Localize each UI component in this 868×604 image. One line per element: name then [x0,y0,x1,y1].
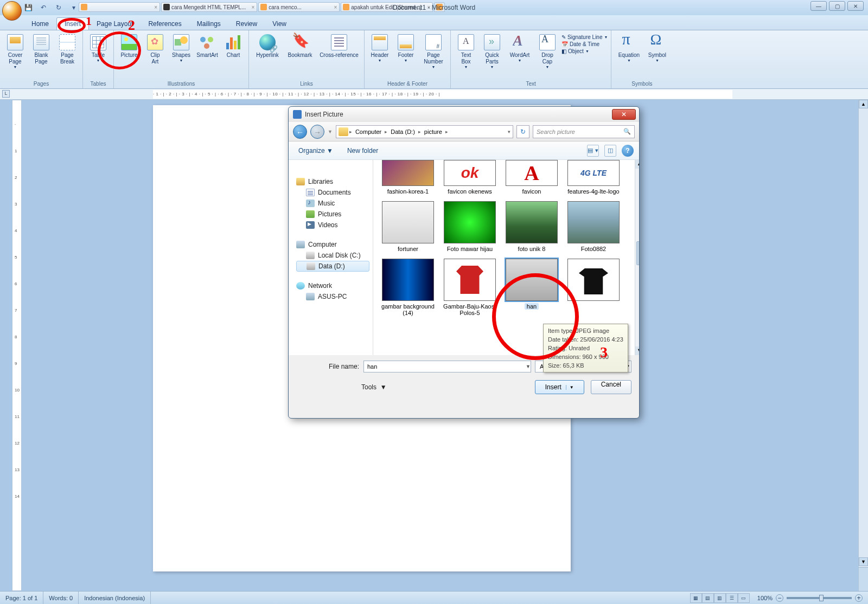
zoom-slider[interactable] [787,597,852,599]
crossref-button[interactable]: Cross-reference [317,33,361,59]
equation-button[interactable]: Equation▼ [615,33,643,62]
status-page[interactable]: Page: 1 of 1 [0,592,43,604]
draft-icon[interactable]: ▭ [738,593,750,603]
smartart-button[interactable]: SmartArt [195,33,219,59]
nav-music[interactable]: Music [296,198,369,209]
quickparts-button[interactable]: QuickParts▼ [480,33,504,69]
blank-page-button[interactable]: BlankPage [29,33,53,65]
address-breadcrumb[interactable]: ▸ Computer▸ Data (D:)▸ picture▸ ▾ [336,125,513,138]
file-item[interactable]: Foto0882 [564,201,623,252]
organize-menu[interactable]: Organize ▼ [298,147,333,155]
file-item[interactable]: fortuner [379,201,437,252]
close-button[interactable]: ✕ [847,1,864,11]
office-button[interactable] [2,1,22,21]
zoom-out-button[interactable]: − [776,594,783,602]
nav-back-button[interactable]: ← [293,125,307,139]
qat-undo-icon[interactable]: ↶ [37,2,50,14]
ruler-corner[interactable]: L [2,90,10,98]
file-item[interactable]: gambar background (14) [379,259,437,316]
scroll-down-icon[interactable]: ▼ [859,557,868,566]
nav-libraries[interactable]: Libraries [296,176,369,187]
file-item-selected[interactable]: han [502,259,561,316]
nav-data-d[interactable]: Data (D:) [296,261,369,272]
nav-videos[interactable]: Videos [296,220,369,230]
symbol-button[interactable]: Symbol▼ [645,33,669,62]
scroll-up-icon[interactable]: ▲ [635,160,639,169]
picture-button[interactable]: Picture [117,33,141,59]
zoom-in-button[interactable]: + [855,594,863,602]
bookmark-button[interactable]: Bookmark [285,33,315,59]
file-item[interactable] [564,259,623,316]
new-folder-button[interactable]: New folder [347,147,378,155]
tab-home[interactable]: Home [24,18,56,30]
print-layout-icon[interactable]: ▦ [690,593,702,603]
signature-line-button[interactable]: ✎Signature Line ▼ [561,34,608,40]
nav-history-dropdown[interactable]: ▼ [328,129,333,134]
dialog-close-button[interactable]: ✕ [612,109,636,120]
header-button[interactable]: Header▼ [368,33,392,62]
dialog-titlebar[interactable]: Insert Picture ✕ [289,107,639,122]
cover-page-button[interactable]: CoverPage▼ [3,33,27,69]
wordart-button[interactable]: WordArt▼ [506,33,533,62]
preview-pane-button[interactable]: ◫ [604,145,616,157]
tools-menu[interactable]: Tools ▼ [361,383,387,391]
web-layout-icon[interactable]: ▥ [714,593,726,603]
horizontal-ruler[interactable]: · 1 · | · 2 · | · 3 · | · 4 · | · 5 · | … [153,90,732,99]
dropcap-button[interactable]: DropCap▼ [535,33,559,69]
vertical-ruler[interactable]: ·1234567891011121314 [12,100,22,591]
browser-tab[interactable]: × [79,2,160,12]
object-button[interactable]: ◧Object ▼ [561,48,608,54]
nav-local-disk-c[interactable]: Local Disk (C:) [296,250,369,261]
file-item[interactable]: okfavicon okenews [441,160,499,195]
full-screen-icon[interactable]: ▤ [702,593,714,603]
table-button[interactable]: Table▼ [86,33,110,62]
hyperlink-button[interactable]: Hyperlink [252,33,283,59]
help-button[interactable]: ? [622,145,634,157]
vertical-scrollbar[interactable]: ▲ ▼ [858,100,868,591]
tab-review[interactable]: Review [228,18,265,30]
tab-insert[interactable]: Insert [56,17,89,30]
refresh-button[interactable]: ↻ [516,125,529,138]
qat-save-icon[interactable]: 💾 [22,2,35,14]
tab-view[interactable]: View [265,18,294,30]
nav-pictures[interactable]: Pictures [296,209,369,220]
file-item[interactable]: fashion-korea-1 [379,160,437,195]
minimize-button[interactable]: — [810,1,827,11]
chart-button[interactable]: Chart [221,33,245,59]
qat-redo-icon[interactable]: ↻ [52,2,65,14]
tab-mailings[interactable]: Mailings [189,18,228,30]
tab-references[interactable]: References [141,18,189,30]
file-item[interactable]: Gambar-Baju-Kaos-Polos-5 [441,259,499,316]
insert-split-dropdown[interactable]: ▼ [566,385,574,390]
cancel-button[interactable]: Cancel [591,380,631,394]
view-mode-button[interactable]: ▤ ▾ [587,145,599,157]
scroll-down-icon[interactable]: ▼ [635,346,639,355]
search-input[interactable]: Search picture🔍 [533,125,635,138]
clipart-button[interactable]: ClipArt [143,33,167,65]
file-item[interactable]: foto unik 8 [502,201,561,252]
filename-dropdown[interactable]: ▼ [526,364,531,369]
textbox-button[interactable]: TextBox▼ [454,33,478,69]
footer-button[interactable]: Footer▼ [394,33,418,62]
status-words[interactable]: Words: 0 [43,592,79,604]
outline-icon[interactable]: ☰ [726,593,738,603]
nav-computer[interactable]: Computer [296,239,369,250]
file-scrollbar[interactable]: ▲ ▼ [635,160,639,355]
file-item[interactable]: Afavicon [502,160,561,195]
browse-object-buttons[interactable] [859,567,868,591]
maximize-button[interactable]: ▢ [829,1,845,11]
nav-asus-pc[interactable]: ASUS-PC [296,291,369,302]
filename-input[interactable] [363,361,531,372]
scrollbar-thumb[interactable] [636,241,639,265]
status-language[interactable]: Indonesian (Indonesia) [79,592,151,604]
nav-documents[interactable]: Documents [296,187,369,198]
browser-tab[interactable]: cara menco...× [258,2,340,12]
browser-tab[interactable]: cara Mengedit HTML TEMPL...× [161,2,257,12]
view-buttons[interactable]: ▦ ▤ ▥ ☰ ▭ [690,593,750,603]
page-number-button[interactable]: #PageNumber▼ [420,33,447,69]
shapes-button[interactable]: Shapes▼ [169,33,193,62]
file-item[interactable]: 4G LTEfeatures-4g-lte-logo [564,160,623,195]
file-item[interactable]: Foto mawar hijau [441,201,499,252]
page-break-button[interactable]: PageBreak [55,33,79,65]
zoom-level[interactable]: 100% [757,595,773,601]
